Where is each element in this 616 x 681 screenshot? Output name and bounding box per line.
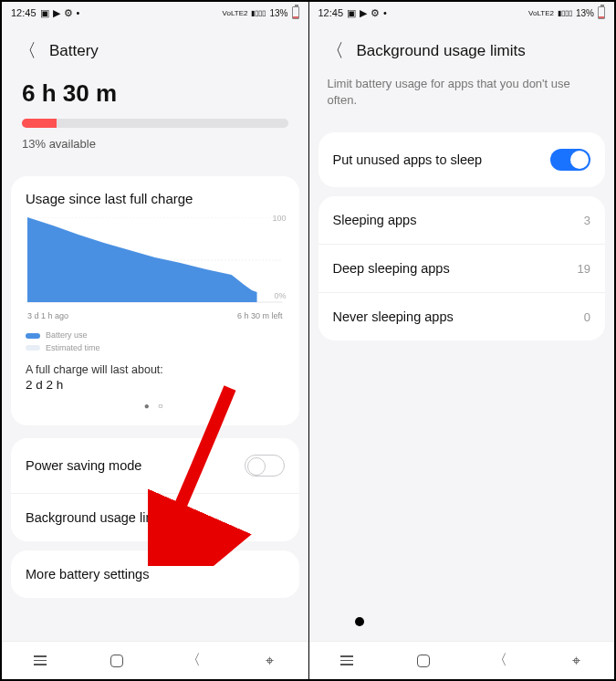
- page-subtitle: Limit battery usage for apps that you do…: [309, 72, 615, 123]
- image-icon: ▣: [40, 7, 49, 19]
- more-settings-row[interactable]: More battery settings: [11, 550, 299, 598]
- battery-icon: [292, 6, 299, 19]
- home-button[interactable]: [411, 648, 436, 674]
- settings-dot-icon: ⚙: [64, 7, 73, 19]
- network-label: VoLTE2: [528, 9, 554, 17]
- play-icon: ▶: [53, 7, 60, 19]
- bg-limits-row[interactable]: Background usage limits: [11, 493, 299, 541]
- header: 〈 Battery: [2, 24, 308, 72]
- signal-icon: ▮▯▯▯: [251, 9, 266, 17]
- back-button[interactable]: 〈: [487, 648, 513, 674]
- settings-card-2: More battery settings: [11, 550, 299, 598]
- settings-card-1: Power saving mode Background usage limit…: [11, 438, 299, 541]
- nav-bar: 〈 ⌖: [309, 641, 615, 679]
- battery-progress-fill: [22, 119, 57, 128]
- battery-hero: 6 h 30 m 13% available: [2, 72, 308, 163]
- full-charge-value: 2 d 2 h: [26, 378, 285, 392]
- usage-card[interactable]: Usage since last full charge 100 0% 3 d …: [11, 176, 299, 425]
- sleeping-apps-row[interactable]: Sleeping apps 3: [318, 196, 606, 244]
- power-saving-toggle[interactable]: [245, 455, 285, 477]
- put-sleep-toggle[interactable]: [550, 149, 590, 171]
- network-label: VoLTE2: [223, 9, 248, 17]
- play-icon: ▶: [360, 7, 367, 19]
- deep-sleeping-apps-row[interactable]: Deep sleeping apps 19: [318, 244, 606, 292]
- floating-shortcut-icon[interactable]: [355, 617, 364, 626]
- more-icon: •: [77, 7, 80, 18]
- page-dots[interactable]: ● ○: [26, 401, 285, 411]
- back-icon[interactable]: 〈: [18, 38, 37, 63]
- x-end: 6 h 30 m left: [237, 311, 283, 320]
- accessibility-button[interactable]: ⌖: [257, 648, 283, 674]
- apps-card: Sleeping apps 3 Deep sleeping apps 19 Ne…: [318, 196, 606, 340]
- header: 〈 Background usage limits: [309, 24, 615, 72]
- battery-screen: 12:45 ▣ ▶ ⚙ • VoLTE2 ▮▯▯▯ 13% 〈 Battery …: [2, 2, 308, 679]
- recents-button[interactable]: [334, 648, 360, 674]
- back-button[interactable]: 〈: [181, 648, 206, 674]
- chart-legend: Battery use Estimated time: [26, 330, 285, 354]
- home-button[interactable]: [104, 648, 130, 674]
- battery-progress: [22, 119, 288, 128]
- never-sleeping-apps-row[interactable]: Never sleeping apps 0: [318, 292, 606, 340]
- power-saving-row[interactable]: Power saving mode: [11, 438, 299, 493]
- battery-pct: 13%: [576, 8, 594, 18]
- put-sleep-card: Put unused apps to sleep: [318, 132, 606, 187]
- page-title: Battery: [49, 42, 99, 60]
- available-label: 13% available: [22, 137, 288, 151]
- status-time: 12:45: [11, 7, 37, 18]
- accessibility-button[interactable]: ⌖: [563, 648, 589, 674]
- image-icon: ▣: [347, 7, 356, 19]
- swatch-est: [26, 345, 40, 351]
- nav-bar: 〈 ⌖: [2, 641, 308, 679]
- usage-title: Usage since last full charge: [26, 191, 285, 206]
- x-start: 3 d 1 h ago: [27, 311, 68, 320]
- y-axis-100: 100: [272, 214, 286, 223]
- y-axis-0: 0%: [274, 291, 286, 300]
- battery-pct: 13%: [269, 8, 287, 18]
- full-charge-label: A full charge will last about:: [26, 363, 285, 376]
- back-icon[interactable]: 〈: [326, 38, 344, 63]
- usage-chart: 100 0%: [27, 217, 283, 304]
- swatch-use: [26, 333, 40, 339]
- remaining-time: 6 h 30 m: [22, 79, 288, 108]
- status-time: 12:45: [318, 7, 344, 18]
- status-bar: 12:45 ▣ ▶ ⚙ • VoLTE2 ▮▯▯▯ 13%: [309, 2, 615, 24]
- battery-icon: [598, 6, 605, 19]
- page-title: Background usage limits: [357, 42, 526, 60]
- put-sleep-row[interactable]: Put unused apps to sleep: [318, 132, 606, 187]
- settings-dot-icon: ⚙: [371, 7, 380, 19]
- bg-limits-screen: 12:45 ▣ ▶ ⚙ • VoLTE2 ▮▯▯▯ 13% 〈 Backgrou…: [308, 2, 615, 679]
- status-bar: 12:45 ▣ ▶ ⚙ • VoLTE2 ▮▯▯▯ 13%: [2, 2, 308, 24]
- signal-icon: ▮▯▯▯: [558, 9, 572, 17]
- recents-button[interactable]: [27, 648, 53, 674]
- more-icon: •: [383, 7, 387, 18]
